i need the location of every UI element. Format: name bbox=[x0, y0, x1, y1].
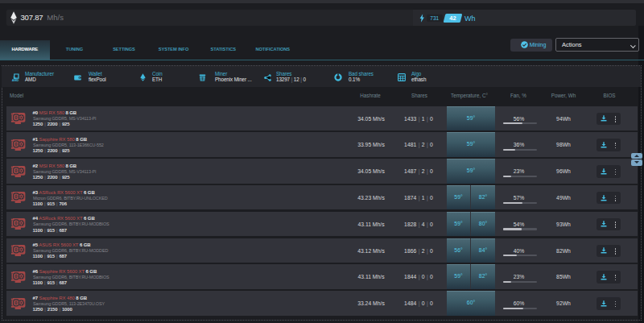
svg-text:AMD: AMD bbox=[11, 79, 19, 81]
